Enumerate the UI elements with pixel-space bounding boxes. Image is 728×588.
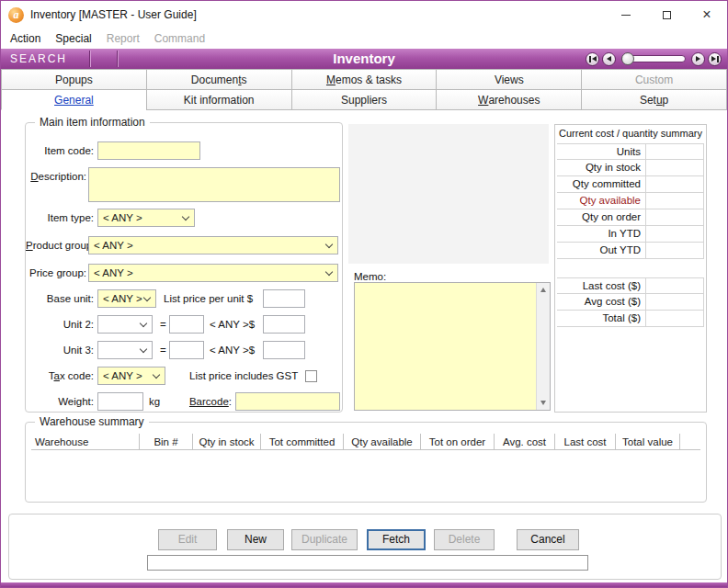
menu-command: Command (154, 32, 205, 45)
summary-value (645, 278, 704, 293)
unit3-factor-input[interactable] (169, 341, 204, 359)
price-group-select[interactable]: < ANY > (88, 264, 338, 282)
description-label: Description: (26, 167, 86, 186)
unit2-select[interactable] (97, 315, 153, 334)
main-group-title: Main item information (35, 116, 150, 129)
previous-record-icon[interactable] (602, 52, 616, 66)
maximize-icon (663, 11, 671, 19)
warehouse-column-qty-available[interactable]: Qty available (344, 434, 421, 449)
unit3-price-input[interactable] (263, 341, 305, 359)
memo-input[interactable] (354, 282, 551, 411)
unit2-factor-input[interactable] (169, 315, 204, 334)
tab-views[interactable]: Views (436, 69, 582, 90)
tab-kit-information[interactable]: Kit information (146, 89, 292, 110)
tab-row-1: PopupsDocumentsMemos & tasksViewsCustom (1, 69, 727, 90)
tab-warehouses[interactable]: Warehouses (436, 89, 582, 110)
barcode-input[interactable] (235, 392, 340, 411)
tab-memos-tasks[interactable]: Memos & tasks (291, 69, 438, 90)
tab-documents[interactable]: Documents (146, 69, 292, 90)
tab-suppliers[interactable]: Suppliers (291, 89, 438, 110)
chevron-down-icon (325, 268, 333, 276)
summary-row-out-ytd: Out YTD (557, 243, 704, 259)
cancel-button[interactable]: Cancel (517, 529, 579, 550)
unit2-price-input[interactable] (263, 315, 305, 334)
warehouse-column-filler (680, 434, 700, 449)
unit3-select[interactable] (97, 341, 153, 359)
menu-report: Report (107, 32, 140, 45)
weight-input[interactable] (97, 392, 143, 411)
item-code-label: Item code: (26, 141, 94, 160)
unit3-label: Unit 3: (26, 341, 94, 359)
item-code-input[interactable] (97, 141, 200, 160)
summary-label: Qty in stock (557, 160, 645, 175)
menu-special[interactable]: Special (55, 32, 91, 45)
summary-row-qty-committed: Qty committed (557, 176, 704, 193)
tab-popups[interactable]: Popups (1, 69, 147, 90)
new-button[interactable]: New (227, 529, 284, 550)
item-type-select[interactable]: < ANY > (97, 209, 195, 227)
warehouse-table-body[interactable] (31, 450, 700, 496)
slider-thumb[interactable] (621, 52, 634, 65)
warehouse-column-bin[interactable]: Bin # (140, 434, 193, 449)
summary-value (645, 176, 704, 192)
unit3-equals-label: = (160, 341, 166, 359)
memo-scrollbar[interactable] (536, 283, 550, 410)
gst-label: List price includes GST (189, 367, 298, 385)
price-group-label: Price group: (26, 264, 86, 282)
warehouse-group-title: Warehouse summary (35, 415, 149, 428)
warehouse-column-total-value[interactable]: Total value (616, 434, 680, 449)
summary-row-qty-available: Qty available (557, 193, 704, 209)
summary-title: Current cost / quantity summary (555, 125, 706, 139)
summary-row-total: Total ($) (557, 311, 704, 327)
base-unit-label: Base unit: (26, 289, 94, 308)
product-group-select[interactable]: < ANY > (88, 236, 338, 254)
next-record-icon[interactable] (691, 52, 705, 66)
titlebar: a Inventory [MASTER - User Guide] × (1, 1, 727, 28)
fetch-button[interactable]: Fetch (367, 529, 426, 550)
minimize-icon (621, 15, 631, 16)
warehouse-column-last-cost[interactable]: Last cost (555, 434, 616, 449)
chevron-down-icon (182, 213, 189, 220)
record-position-slider[interactable] (621, 55, 686, 62)
item-type-label: Item type: (26, 209, 94, 227)
status-field[interactable] (147, 555, 588, 571)
summary-row-qty-in-stock: Qty in stock (557, 160, 704, 176)
tab-row-2: GeneralKit informationSuppliersWarehouse… (1, 89, 727, 110)
unit2-label: Unit 2: (26, 315, 94, 334)
tax-code-label: Tax code: (26, 367, 94, 385)
last-record-icon[interactable] (708, 52, 722, 66)
close-icon: × (702, 7, 711, 22)
first-record-icon[interactable] (586, 52, 599, 66)
description-input[interactable] (88, 167, 340, 202)
base-unit-select[interactable]: < ANY > (97, 289, 156, 308)
summary-label: Last cost ($) (557, 278, 645, 293)
maximize-button[interactable] (646, 1, 687, 28)
close-button[interactable]: × (687, 1, 727, 28)
warehouse-column-avg-cost[interactable]: Avg. cost (495, 434, 555, 449)
warehouse-column-tot-on-order[interactable]: Tot on order (421, 434, 495, 449)
scroll-down-icon[interactable] (537, 396, 550, 410)
warehouse-column-warehouse[interactable]: Warehouse (31, 434, 140, 449)
menu-action[interactable]: Action (10, 32, 40, 45)
summary-label: Avg cost ($) (557, 294, 645, 310)
summary-value (645, 193, 704, 209)
summary-label: Qty available (557, 193, 645, 209)
minimize-button[interactable] (606, 1, 646, 28)
summary-row-units: Units (557, 143, 704, 160)
chevron-down-icon (153, 371, 160, 379)
scroll-up-icon[interactable] (537, 283, 550, 297)
summary-value (645, 243, 704, 258)
list-price-input[interactable] (263, 289, 305, 308)
main-item-information-group: Main item information Item code: Descrip… (25, 122, 343, 413)
summary-value (645, 311, 704, 326)
warehouse-column-tot-committed[interactable]: Tot committed (261, 434, 344, 449)
window-bottom-border (1, 582, 727, 587)
tax-code-select[interactable]: < ANY > (97, 367, 165, 385)
summary-row-in-ytd: In YTD (557, 226, 704, 243)
weight-label: Weight: (26, 392, 94, 411)
edit-button: Edit (158, 529, 217, 550)
warehouse-column-qty-in-stock[interactable]: Qty in stock (193, 434, 261, 449)
tab-setup[interactable]: Setup (581, 89, 727, 110)
gst-checkbox[interactable] (305, 370, 317, 382)
tab-general[interactable]: General (1, 89, 147, 110)
